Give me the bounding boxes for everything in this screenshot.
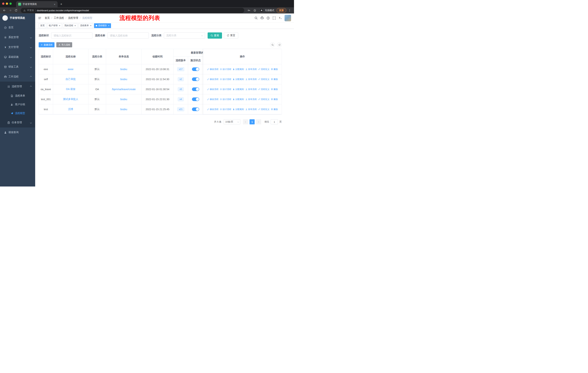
tag-view[interactable]: 流程模型× xyxy=(94,23,111,28)
minimize-window-button[interactable] xyxy=(6,2,8,5)
browser-menu-button[interactable] xyxy=(287,8,292,13)
publish-action-link[interactable]: 发布流程 xyxy=(245,68,257,71)
delete-action-link[interactable]: 删除 xyxy=(271,98,278,101)
modify-action-link[interactable]: 修改流程 xyxy=(207,78,219,81)
hamburger-icon[interactable] xyxy=(35,16,43,20)
header-search-icon[interactable] xyxy=(254,16,258,20)
close-tag-icon[interactable]: × xyxy=(74,24,76,27)
github-icon[interactable] xyxy=(261,16,264,20)
reset-button[interactable]: 重置 xyxy=(224,32,238,39)
process-id-input[interactable] xyxy=(51,32,92,39)
form-link[interactable]: biubiu xyxy=(120,78,127,81)
font-size-icon[interactable] xyxy=(279,16,282,20)
publish-action-link[interactable]: 发布流程 xyxy=(245,108,257,111)
password-key-button[interactable] xyxy=(246,8,252,13)
close-window-button[interactable] xyxy=(2,2,4,5)
tag-view[interactable]: 我的流程× xyxy=(63,23,78,28)
user-avatar[interactable] xyxy=(284,15,291,21)
definition-action-link[interactable]: 流程定义 xyxy=(258,68,270,71)
active-toggle[interactable] xyxy=(192,97,199,101)
sidebar-item[interactable]: 用户分组 xyxy=(0,100,35,109)
refresh-table-button[interactable] xyxy=(277,42,282,47)
sidebar-item[interactable]: 系统管理 xyxy=(0,32,35,42)
version-tag[interactable]: v21 xyxy=(177,107,184,111)
reload-button[interactable] xyxy=(13,8,19,13)
version-tag[interactable]: v4 xyxy=(178,97,184,101)
sidebar-item[interactable]: 任务管理 xyxy=(0,118,35,128)
breadcrumb-item[interactable]: 工作流程 xyxy=(54,16,64,20)
next-page-button[interactable]: › xyxy=(256,119,261,124)
active-toggle[interactable] xyxy=(192,87,199,91)
sidebar-item[interactable]: 流程管理 xyxy=(0,81,35,91)
sidebar-item[interactable]: 研发工具 xyxy=(0,62,35,72)
assign-rule-action-link[interactable]: 分配规则 xyxy=(232,98,244,101)
breadcrumb-item[interactable]: 首页 xyxy=(45,16,50,20)
prev-page-button[interactable]: ‹ xyxy=(243,119,248,124)
modify-action-link[interactable]: 修改流程 xyxy=(207,98,219,101)
design-action-link[interactable]: 设计流程 xyxy=(220,88,231,91)
process-name-link[interactable]: eeee xyxy=(68,68,74,71)
create-process-button[interactable]: 新建流程 xyxy=(39,42,54,47)
sidebar-item[interactable]: 工作流程 xyxy=(0,72,35,81)
assign-rule-action-link[interactable]: 分配规则 xyxy=(232,88,244,91)
design-action-link[interactable]: 设计流程 xyxy=(220,68,231,71)
app-logo[interactable]: 芋道管理系统 xyxy=(0,13,35,23)
address-bar[interactable]: 不安全 dashboard.yudao.iocoder.cn/bpm/manag… xyxy=(21,8,244,13)
form-link[interactable]: biubiu xyxy=(120,68,127,71)
help-icon[interactable] xyxy=(266,16,270,20)
browser-tab[interactable]: 芋道管理系统 × xyxy=(16,1,58,7)
sidebar-item[interactable]: 流程表单 xyxy=(0,91,35,100)
active-toggle[interactable] xyxy=(192,67,199,71)
version-tag[interactable]: v5 xyxy=(178,87,184,91)
category-select[interactable]: 流程分类 xyxy=(164,32,205,39)
close-tab-icon[interactable]: × xyxy=(53,3,56,6)
form-link[interactable]: biubiu xyxy=(120,98,127,101)
assign-rule-action-link[interactable]: 分配规则 xyxy=(232,78,244,81)
delete-action-link[interactable]: 删除 xyxy=(271,78,278,81)
modify-action-link[interactable]: 修改流程 xyxy=(207,88,219,91)
publish-action-link[interactable]: 发布流程 xyxy=(245,78,257,81)
page-size-select[interactable]: 10条/页 xyxy=(224,119,241,124)
process-name-link[interactable]: 自己审批 xyxy=(66,78,76,81)
tag-view[interactable]: 租户管理× xyxy=(47,23,62,28)
design-action-link[interactable]: 设计流程 xyxy=(220,108,231,111)
assign-rule-action-link[interactable]: 分配规则 xyxy=(232,68,244,71)
process-name-link[interactable]: 测试多审批人 xyxy=(63,98,78,101)
back-button[interactable] xyxy=(2,8,7,13)
version-tag[interactable]: v2 xyxy=(178,77,184,81)
page-1-button[interactable]: 1 xyxy=(250,119,255,124)
process-name-input[interactable] xyxy=(107,32,149,39)
tag-view[interactable]: 流程表单× xyxy=(78,23,93,28)
sidebar-item[interactable]: 基础设施 xyxy=(0,52,35,62)
design-action-link[interactable]: 设计流程 xyxy=(220,98,231,101)
close-tag-icon[interactable]: × xyxy=(90,24,92,27)
sidebar-item[interactable]: 首页 xyxy=(0,23,35,32)
definition-action-link[interactable]: 流程定义 xyxy=(258,98,270,101)
sidebar-item[interactable]: 请假查询 xyxy=(0,128,35,137)
sidebar-item[interactable]: 支付管理 xyxy=(0,42,35,52)
active-toggle[interactable] xyxy=(192,107,199,111)
bookmark-button[interactable] xyxy=(252,8,257,13)
search-button[interactable]: 搜索 xyxy=(208,32,222,39)
zoom-window-button[interactable] xyxy=(10,2,12,5)
new-tab-button[interactable]: + xyxy=(59,2,64,7)
update-button[interactable]: 更新 xyxy=(276,8,286,13)
modify-action-link[interactable]: 修改流程 xyxy=(207,108,219,111)
tag-view[interactable]: 首页 xyxy=(39,23,46,28)
close-tag-icon[interactable]: × xyxy=(108,24,110,27)
sidebar-item[interactable]: 流程模型 xyxy=(0,109,35,118)
delete-action-link[interactable]: 删除 xyxy=(271,108,278,111)
form-link[interactable]: biubiu xyxy=(120,108,127,111)
definition-action-link[interactable]: 流程定义 xyxy=(258,108,270,111)
process-name-link[interactable]: OA 请假 xyxy=(66,88,75,91)
publish-action-link[interactable]: 发布流程 xyxy=(245,88,257,91)
definition-action-link[interactable]: 流程定义 xyxy=(258,88,270,91)
delete-action-link[interactable]: 删除 xyxy=(271,68,278,71)
toggle-search-button[interactable] xyxy=(270,42,275,47)
fullscreen-icon[interactable] xyxy=(273,16,276,20)
process-name-link[interactable]: 滔博 xyxy=(68,108,73,111)
design-action-link[interactable]: 设计流程 xyxy=(220,78,231,81)
publish-action-link[interactable]: 发布流程 xyxy=(245,98,257,101)
goto-page-input[interactable] xyxy=(271,119,278,124)
forward-button[interactable] xyxy=(8,8,13,13)
